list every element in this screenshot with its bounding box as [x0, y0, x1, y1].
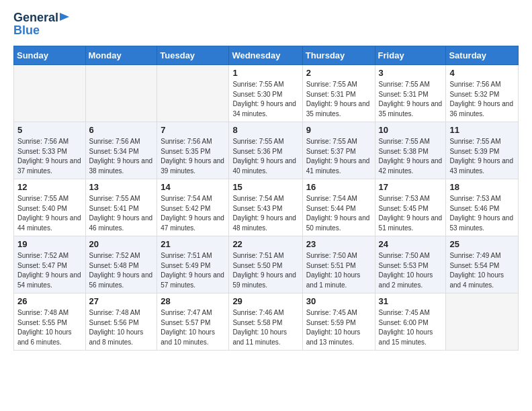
calendar-cell: [85, 65, 157, 122]
day-info: Sunrise: 7:47 AM Sunset: 5:57 PM Dayligh…: [161, 308, 225, 347]
day-number: 19: [17, 239, 82, 249]
calendar-cell: 2Sunrise: 7:55 AM Sunset: 5:31 PM Daylig…: [302, 65, 375, 122]
weekday-header-monday: Monday: [85, 46, 157, 65]
day-number: 17: [379, 182, 443, 192]
day-info: Sunrise: 7:52 AM Sunset: 5:48 PM Dayligh…: [89, 251, 154, 290]
day-number: 9: [306, 125, 371, 135]
logo-container: General Blue: [13, 11, 71, 38]
calendar-cell: 15Sunrise: 7:54 AM Sunset: 5:43 PM Dayli…: [229, 179, 302, 236]
day-info: Sunrise: 7:51 AM Sunset: 5:49 PM Dayligh…: [161, 251, 225, 290]
calendar-cell: 14Sunrise: 7:54 AM Sunset: 5:42 PM Dayli…: [157, 179, 229, 236]
calendar-cell: 28Sunrise: 7:47 AM Sunset: 5:57 PM Dayli…: [157, 293, 229, 351]
calendar-cell: 13Sunrise: 7:55 AM Sunset: 5:41 PM Dayli…: [85, 179, 157, 236]
calendar-cell: 11Sunrise: 7:55 AM Sunset: 5:39 PM Dayli…: [446, 122, 519, 179]
calendar-cell: 3Sunrise: 7:55 AM Sunset: 5:31 PM Daylig…: [375, 65, 446, 122]
day-info: Sunrise: 7:54 AM Sunset: 5:44 PM Dayligh…: [306, 194, 371, 233]
day-number: 3: [379, 68, 443, 78]
calendar-week-row: 5Sunrise: 7:56 AM Sunset: 5:33 PM Daylig…: [14, 122, 519, 179]
day-number: 15: [232, 182, 298, 192]
calendar-cell: 16Sunrise: 7:54 AM Sunset: 5:44 PM Dayli…: [302, 179, 375, 236]
weekday-header-thursday: Thursday: [302, 46, 375, 65]
day-info: Sunrise: 7:53 AM Sunset: 5:45 PM Dayligh…: [379, 194, 443, 233]
calendar-cell: 19Sunrise: 7:52 AM Sunset: 5:47 PM Dayli…: [14, 236, 86, 293]
svg-marker-0: [60, 13, 69, 21]
calendar-week-row: 12Sunrise: 7:55 AM Sunset: 5:40 PM Dayli…: [14, 179, 519, 236]
calendar-cell: 25Sunrise: 7:49 AM Sunset: 5:54 PM Dayli…: [446, 236, 519, 293]
weekday-header-tuesday: Tuesday: [157, 46, 229, 65]
calendar-cell: 27Sunrise: 7:48 AM Sunset: 5:56 PM Dayli…: [85, 293, 157, 351]
day-info: Sunrise: 7:55 AM Sunset: 5:40 PM Dayligh…: [17, 194, 82, 233]
day-info: Sunrise: 7:52 AM Sunset: 5:47 PM Dayligh…: [17, 251, 82, 290]
day-number: 7: [161, 125, 225, 135]
day-number: 13: [89, 182, 154, 192]
calendar-cell: 8Sunrise: 7:55 AM Sunset: 5:36 PM Daylig…: [229, 122, 302, 179]
calendar-cell: [14, 65, 86, 122]
calendar-cell: 20Sunrise: 7:52 AM Sunset: 5:48 PM Dayli…: [85, 236, 157, 293]
calendar-cell: [446, 293, 519, 351]
day-info: Sunrise: 7:50 AM Sunset: 5:51 PM Dayligh…: [306, 251, 371, 290]
day-info: Sunrise: 7:46 AM Sunset: 5:58 PM Dayligh…: [232, 308, 298, 347]
logo-flag-icon: [60, 13, 71, 24]
calendar-cell: 5Sunrise: 7:56 AM Sunset: 5:33 PM Daylig…: [14, 122, 86, 179]
day-info: Sunrise: 7:54 AM Sunset: 5:43 PM Dayligh…: [232, 194, 298, 233]
calendar-cell: 17Sunrise: 7:53 AM Sunset: 5:45 PM Dayli…: [375, 179, 446, 236]
day-number: 26: [17, 296, 82, 306]
day-number: 16: [306, 182, 371, 192]
weekday-header-sunday: Sunday: [14, 46, 86, 65]
day-number: 20: [89, 239, 154, 249]
day-number: 22: [232, 239, 298, 249]
calendar-cell: 12Sunrise: 7:55 AM Sunset: 5:40 PM Dayli…: [14, 179, 86, 236]
day-number: 1: [232, 68, 298, 78]
day-info: Sunrise: 7:55 AM Sunset: 5:37 PM Dayligh…: [306, 137, 371, 176]
day-number: 4: [449, 68, 515, 78]
day-info: Sunrise: 7:56 AM Sunset: 5:35 PM Dayligh…: [161, 137, 225, 176]
calendar-cell: 21Sunrise: 7:51 AM Sunset: 5:49 PM Dayli…: [157, 236, 229, 293]
day-info: Sunrise: 7:55 AM Sunset: 5:41 PM Dayligh…: [89, 194, 154, 233]
weekday-header-wednesday: Wednesday: [229, 46, 302, 65]
day-number: 6: [89, 125, 154, 135]
day-info: Sunrise: 7:55 AM Sunset: 5:36 PM Dayligh…: [232, 137, 298, 176]
day-info: Sunrise: 7:45 AM Sunset: 6:00 PM Dayligh…: [379, 308, 443, 347]
calendar-week-row: 26Sunrise: 7:48 AM Sunset: 5:55 PM Dayli…: [14, 293, 519, 351]
day-number: 23: [306, 239, 371, 249]
day-info: Sunrise: 7:56 AM Sunset: 5:32 PM Dayligh…: [449, 80, 515, 119]
day-number: 29: [232, 296, 298, 306]
calendar-cell: 29Sunrise: 7:46 AM Sunset: 5:58 PM Dayli…: [229, 293, 302, 351]
day-info: Sunrise: 7:56 AM Sunset: 5:33 PM Dayligh…: [17, 137, 82, 176]
day-number: 27: [89, 296, 154, 306]
day-number: 14: [161, 182, 225, 192]
calendar-cell: 9Sunrise: 7:55 AM Sunset: 5:37 PM Daylig…: [302, 122, 375, 179]
day-info: Sunrise: 7:51 AM Sunset: 5:50 PM Dayligh…: [232, 251, 298, 290]
calendar-cell: 31Sunrise: 7:45 AM Sunset: 6:00 PM Dayli…: [375, 293, 446, 351]
day-info: Sunrise: 7:53 AM Sunset: 5:46 PM Dayligh…: [449, 194, 515, 233]
day-info: Sunrise: 7:48 AM Sunset: 5:56 PM Dayligh…: [89, 308, 154, 347]
day-info: Sunrise: 7:55 AM Sunset: 5:31 PM Dayligh…: [306, 80, 371, 119]
day-number: 24: [379, 239, 443, 249]
day-number: 2: [306, 68, 371, 78]
calendar-week-row: 1Sunrise: 7:55 AM Sunset: 5:30 PM Daylig…: [14, 65, 519, 122]
day-info: Sunrise: 7:55 AM Sunset: 5:31 PM Dayligh…: [379, 80, 443, 119]
day-number: 28: [161, 296, 225, 306]
calendar-cell: 4Sunrise: 7:56 AM Sunset: 5:32 PM Daylig…: [446, 65, 519, 122]
day-number: 21: [161, 239, 225, 249]
logo: General Blue: [13, 11, 71, 38]
page-header: General Blue: [13, 11, 519, 38]
day-info: Sunrise: 7:50 AM Sunset: 5:53 PM Dayligh…: [379, 251, 443, 290]
calendar-cell: 22Sunrise: 7:51 AM Sunset: 5:50 PM Dayli…: [229, 236, 302, 293]
day-number: 18: [449, 182, 515, 192]
weekday-header-friday: Friday: [375, 46, 446, 65]
day-number: 11: [449, 125, 515, 135]
calendar-cell: 10Sunrise: 7:55 AM Sunset: 5:38 PM Dayli…: [375, 122, 446, 179]
day-info: Sunrise: 7:55 AM Sunset: 5:39 PM Dayligh…: [449, 137, 515, 176]
day-info: Sunrise: 7:49 AM Sunset: 5:54 PM Dayligh…: [449, 251, 515, 290]
day-number: 10: [379, 125, 443, 135]
calendar-table: SundayMondayTuesdayWednesdayThursdayFrid…: [13, 46, 519, 351]
day-info: Sunrise: 7:48 AM Sunset: 5:55 PM Dayligh…: [17, 308, 82, 347]
logo-blue-text: Blue: [13, 24, 40, 38]
day-number: 8: [232, 125, 298, 135]
day-info: Sunrise: 7:54 AM Sunset: 5:42 PM Dayligh…: [161, 194, 225, 233]
calendar-cell: 23Sunrise: 7:50 AM Sunset: 5:51 PM Dayli…: [302, 236, 375, 293]
day-info: Sunrise: 7:56 AM Sunset: 5:34 PM Dayligh…: [89, 137, 154, 176]
day-number: 31: [379, 296, 443, 306]
day-info: Sunrise: 7:55 AM Sunset: 5:30 PM Dayligh…: [232, 80, 298, 119]
